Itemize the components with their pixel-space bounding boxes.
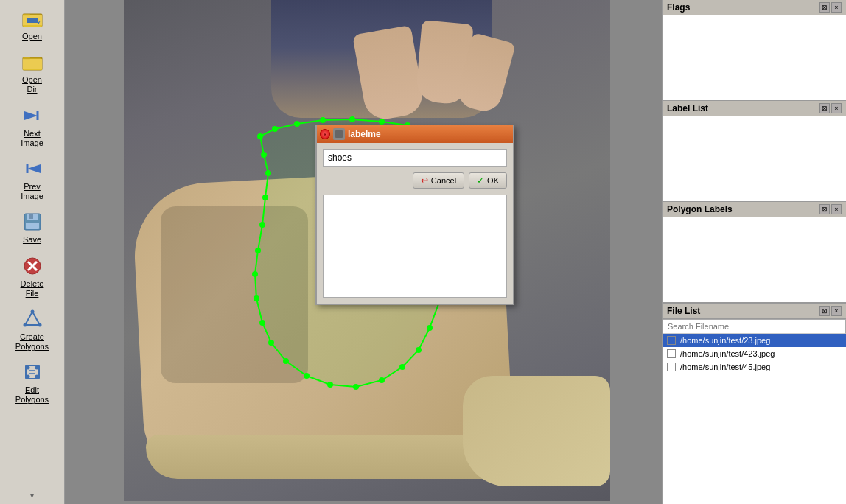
open-button[interactable]: Open (6, 3, 59, 45)
polygon-labels-content (663, 217, 846, 302)
flags-icons: ⊠ × (819, 2, 842, 13)
svg-point-23 (38, 323, 41, 326)
dialog-close-button[interactable]: × (320, 129, 330, 139)
delete-icon (21, 254, 44, 278)
open-dir-label: OpenDir (22, 75, 42, 94)
file-list-item[interactable]: /home/sunjin/test/45.jpeg (663, 360, 846, 374)
file-name: /home/sunjin/test/23.jpeg (680, 336, 842, 345)
polygon-labels-icons: ⊠ × (819, 204, 842, 214)
dialog-buttons: ↩ Cancel ✓ OK (323, 172, 507, 189)
svg-point-30 (35, 375, 38, 379)
file-list-title: File List (667, 306, 700, 316)
flags-icon1[interactable]: ⊠ (819, 2, 830, 13)
next-image-button[interactable]: NextImage (6, 100, 59, 152)
label-list-header: Label List ⊠ × (663, 101, 846, 116)
polygon-labels-icon2[interactable]: × (831, 204, 842, 214)
file-name: /home/sunjin/test/45.jpeg (680, 363, 842, 371)
flags-content (663, 15, 846, 100)
open-dir-icon (21, 50, 44, 74)
svg-rect-64 (335, 130, 343, 138)
create-polygons-label: CreatePolygons (15, 332, 49, 351)
file-checkbox[interactable] (667, 336, 676, 345)
edit-polygons-icon (21, 360, 44, 384)
file-list-icons: ⊠ × (819, 306, 842, 316)
ok-icon: ✓ (477, 175, 484, 186)
polygon-labels-section: Polygon Labels ⊠ × (663, 202, 846, 303)
label-list-icon2[interactable]: × (831, 103, 842, 113)
svg-rect-15 (29, 214, 33, 219)
polygon-labels-icon1[interactable]: ⊠ (819, 204, 830, 214)
file-checkbox[interactable] (667, 349, 676, 358)
svg-marker-11 (27, 164, 41, 173)
svg-point-28 (35, 366, 38, 370)
label-list-title: Label List (667, 103, 708, 113)
prev-image-button[interactable]: PrevImage (6, 153, 59, 205)
label-input[interactable] (323, 149, 507, 167)
flags-title: Flags (667, 2, 690, 13)
dialog-titlebar: × labelme (317, 125, 513, 143)
save-icon (21, 210, 44, 234)
prev-image-label: PrevImage (21, 182, 43, 201)
flags-section: Flags ⊠ × (663, 0, 846, 101)
cancel-button[interactable]: ↩ Cancel (413, 172, 464, 189)
svg-point-21 (23, 323, 27, 326)
polygon-labels-header: Polygon Labels ⊠ × (663, 202, 846, 217)
next-image-icon (21, 104, 44, 127)
file-name: /home/sunjin/test/423.jpeg (680, 349, 842, 358)
svg-point-29 (26, 375, 29, 379)
edit-polygons-label: EditPolygons (15, 385, 49, 405)
search-filename-input[interactable] (663, 319, 846, 334)
svg-marker-9 (24, 111, 38, 120)
open-folder-icon (21, 7, 44, 30)
flags-header: Flags ⊠ × (663, 0, 846, 15)
file-list-item[interactable]: /home/sunjin/test/23.jpeg (663, 334, 846, 347)
svg-rect-8 (23, 59, 42, 69)
cancel-icon: ↩ (421, 175, 428, 186)
file-list-icon2[interactable]: × (831, 306, 842, 316)
label-list-content (663, 116, 846, 201)
dialog-list-area (323, 195, 507, 298)
edit-polygons-button[interactable]: EditPolygons (6, 357, 59, 408)
svg-point-22 (30, 309, 34, 313)
save-label: Save (23, 235, 41, 245)
main-area: × labelme ↩ Cancel ✓ OK (65, 0, 662, 504)
file-list-icon1[interactable]: ⊠ (819, 306, 830, 316)
delete-file-button[interactable]: DeleteFile (6, 251, 59, 302)
ok-button[interactable]: ✓ OK (469, 172, 507, 189)
create-polygons-icon (21, 307, 44, 331)
file-list: /home/sunjin/test/23.jpeg/home/sunjin/te… (663, 334, 846, 504)
dialog-body: ↩ Cancel ✓ OK (317, 143, 513, 304)
flags-icon2[interactable]: × (831, 2, 842, 13)
label-list-section: Label List ⊠ × (663, 101, 846, 202)
file-list-header: File List ⊠ × (663, 304, 846, 319)
svg-point-27 (26, 366, 29, 370)
label-list-icons: ⊠ × (819, 103, 842, 113)
file-list-section: File List ⊠ × /home/sunjin/test/23.jpeg/… (663, 303, 846, 504)
toolbar: Open OpenDir NextImage (0, 0, 65, 504)
canvas-area[interactable]: × labelme ↩ Cancel ✓ OK (65, 0, 662, 504)
polygon-labels-title: Polygon Labels (667, 204, 733, 214)
dialog-title-icon (333, 128, 345, 140)
prev-image-icon (21, 157, 44, 181)
label-list-icon1[interactable]: ⊠ (819, 103, 830, 113)
file-list-item[interactable]: /home/sunjin/test/423.jpeg (663, 347, 846, 360)
delete-file-label: DeleteFile (21, 279, 44, 298)
label-dialog: × labelme ↩ Cancel ✓ OK (315, 125, 514, 305)
cancel-label: Cancel (431, 176, 456, 185)
toolbar-collapse-button[interactable]: ▾ (29, 490, 35, 501)
file-checkbox[interactable] (667, 363, 676, 371)
next-image-label: NextImage (21, 129, 43, 148)
ok-label: OK (487, 176, 499, 185)
save-button[interactable]: Save (6, 206, 59, 248)
dialog-title-text: labelme (348, 129, 510, 139)
right-panel: Flags ⊠ × Label List ⊠ × Polygon Labels … (662, 0, 846, 504)
open-label: Open (22, 32, 42, 41)
svg-rect-16 (26, 223, 39, 229)
svg-marker-20 (25, 312, 40, 325)
open-dir-button[interactable]: OpenDir (6, 46, 59, 98)
create-polygons-button[interactable]: CreatePolygons (6, 304, 59, 355)
